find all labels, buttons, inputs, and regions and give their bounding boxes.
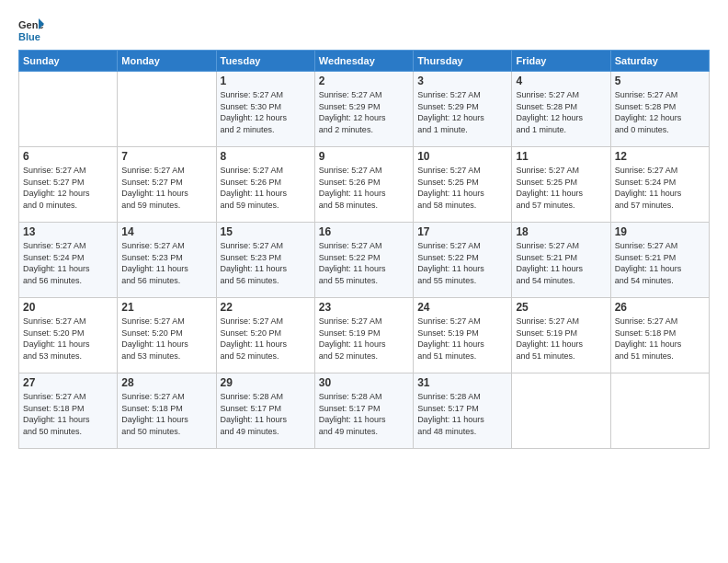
day-number: 7	[121, 150, 211, 163]
calendar-cell: 5Sunrise: 5:27 AM Sunset: 5:28 PM Daylig…	[610, 72, 709, 147]
cell-info: Sunrise: 5:27 AM Sunset: 5:20 PM Dayligh…	[121, 316, 211, 362]
cell-info: Sunrise: 5:27 AM Sunset: 5:21 PM Dayligh…	[615, 240, 705, 286]
calendar-cell: 13Sunrise: 5:27 AM Sunset: 5:24 PM Dayli…	[19, 223, 118, 298]
day-number: 20	[23, 301, 113, 314]
day-number: 23	[319, 301, 409, 314]
day-header-sunday: Sunday	[19, 51, 118, 72]
day-number: 18	[516, 225, 606, 238]
cell-info: Sunrise: 5:27 AM Sunset: 5:19 PM Dayligh…	[516, 316, 606, 362]
calendar-cell	[512, 373, 610, 449]
cell-info: Sunrise: 5:27 AM Sunset: 5:26 PM Dayligh…	[221, 165, 311, 211]
calendar-cell: 28Sunrise: 5:27 AM Sunset: 5:18 PM Dayli…	[118, 373, 216, 449]
day-number: 31	[417, 376, 507, 389]
day-header-monday: Monday	[118, 51, 216, 72]
day-number: 28	[121, 376, 211, 389]
calendar-cell: 1Sunrise: 5:27 AM Sunset: 5:30 PM Daylig…	[216, 72, 314, 147]
day-number: 1	[221, 75, 311, 87]
day-header-friday: Friday	[512, 51, 610, 72]
cell-info: Sunrise: 5:27 AM Sunset: 5:24 PM Dayligh…	[615, 165, 705, 211]
day-number: 26	[615, 301, 705, 314]
cell-info: Sunrise: 5:27 AM Sunset: 5:27 PM Dayligh…	[23, 165, 113, 211]
day-number: 13	[23, 225, 113, 238]
cell-info: Sunrise: 5:27 AM Sunset: 5:25 PM Dayligh…	[417, 165, 507, 211]
cell-info: Sunrise: 5:27 AM Sunset: 5:26 PM Dayligh…	[319, 165, 409, 211]
calendar-cell: 10Sunrise: 5:27 AM Sunset: 5:25 PM Dayli…	[414, 147, 512, 223]
cell-info: Sunrise: 5:27 AM Sunset: 5:22 PM Dayligh…	[417, 240, 507, 286]
calendar-cell: 11Sunrise: 5:27 AM Sunset: 5:25 PM Dayli…	[512, 147, 610, 223]
calendar-cell: 8Sunrise: 5:27 AM Sunset: 5:26 PM Daylig…	[216, 147, 314, 223]
calendar-cell: 7Sunrise: 5:27 AM Sunset: 5:27 PM Daylig…	[118, 147, 216, 223]
cell-info: Sunrise: 5:27 AM Sunset: 5:29 PM Dayligh…	[319, 89, 409, 135]
calendar-cell	[118, 72, 216, 147]
calendar-cell: 29Sunrise: 5:28 AM Sunset: 5:17 PM Dayli…	[216, 373, 314, 449]
day-number: 3	[417, 75, 507, 87]
cell-info: Sunrise: 5:28 AM Sunset: 5:17 PM Dayligh…	[319, 391, 409, 437]
calendar-cell: 22Sunrise: 5:27 AM Sunset: 5:20 PM Dayli…	[216, 298, 314, 373]
cell-info: Sunrise: 5:27 AM Sunset: 5:30 PM Dayligh…	[221, 89, 311, 135]
calendar-cell: 21Sunrise: 5:27 AM Sunset: 5:20 PM Dayli…	[118, 298, 216, 373]
calendar-cell	[610, 373, 709, 449]
cell-info: Sunrise: 5:27 AM Sunset: 5:20 PM Dayligh…	[23, 316, 113, 362]
cell-info: Sunrise: 5:27 AM Sunset: 5:18 PM Dayligh…	[615, 316, 705, 362]
cell-info: Sunrise: 5:27 AM Sunset: 5:28 PM Dayligh…	[615, 89, 705, 135]
cell-info: Sunrise: 5:27 AM Sunset: 5:20 PM Dayligh…	[221, 316, 311, 362]
cell-info: Sunrise: 5:27 AM Sunset: 5:21 PM Dayligh…	[516, 240, 606, 286]
week-row-4: 20Sunrise: 5:27 AM Sunset: 5:20 PM Dayli…	[19, 298, 710, 373]
calendar-cell: 26Sunrise: 5:27 AM Sunset: 5:18 PM Dayli…	[610, 298, 709, 373]
calendar-cell: 19Sunrise: 5:27 AM Sunset: 5:21 PM Dayli…	[610, 223, 709, 298]
day-number: 4	[516, 75, 606, 87]
day-number: 19	[615, 225, 705, 238]
cell-info: Sunrise: 5:28 AM Sunset: 5:17 PM Dayligh…	[221, 391, 311, 437]
day-number: 12	[615, 150, 705, 163]
calendar-cell: 2Sunrise: 5:27 AM Sunset: 5:29 PM Daylig…	[314, 72, 413, 147]
page: General Blue SundayMondayTuesdayWednesda…	[0, 0, 728, 563]
logo-icon: General Blue	[18, 17, 44, 42]
day-number: 16	[319, 225, 409, 238]
cell-info: Sunrise: 5:27 AM Sunset: 5:24 PM Dayligh…	[23, 240, 113, 286]
day-number: 11	[516, 150, 606, 163]
week-row-2: 6Sunrise: 5:27 AM Sunset: 5:27 PM Daylig…	[19, 147, 710, 223]
calendar-cell: 18Sunrise: 5:27 AM Sunset: 5:21 PM Dayli…	[512, 223, 610, 298]
cell-info: Sunrise: 5:27 AM Sunset: 5:18 PM Dayligh…	[121, 391, 211, 437]
day-number: 10	[417, 150, 507, 163]
calendar-cell: 30Sunrise: 5:28 AM Sunset: 5:17 PM Dayli…	[314, 373, 413, 449]
calendar-cell: 9Sunrise: 5:27 AM Sunset: 5:26 PM Daylig…	[314, 147, 413, 223]
day-number: 25	[516, 301, 606, 314]
calendar-cell: 4Sunrise: 5:27 AM Sunset: 5:28 PM Daylig…	[512, 72, 610, 147]
svg-text:Blue: Blue	[18, 31, 40, 42]
day-number: 15	[221, 225, 311, 238]
cell-info: Sunrise: 5:27 AM Sunset: 5:23 PM Dayligh…	[221, 240, 311, 286]
calendar-cell: 6Sunrise: 5:27 AM Sunset: 5:27 PM Daylig…	[19, 147, 118, 223]
day-number: 6	[23, 150, 113, 163]
cell-info: Sunrise: 5:27 AM Sunset: 5:23 PM Dayligh…	[121, 240, 211, 286]
day-number: 9	[319, 150, 409, 163]
cell-info: Sunrise: 5:27 AM Sunset: 5:27 PM Dayligh…	[121, 165, 211, 211]
cell-info: Sunrise: 5:27 AM Sunset: 5:22 PM Dayligh…	[319, 240, 409, 286]
day-number: 30	[319, 376, 409, 389]
day-number: 8	[221, 150, 311, 163]
cell-info: Sunrise: 5:27 AM Sunset: 5:19 PM Dayligh…	[417, 316, 507, 362]
day-number: 22	[221, 301, 311, 314]
calendar-cell: 17Sunrise: 5:27 AM Sunset: 5:22 PM Dayli…	[414, 223, 512, 298]
day-number: 29	[221, 376, 311, 389]
calendar-cell: 14Sunrise: 5:27 AM Sunset: 5:23 PM Dayli…	[118, 223, 216, 298]
week-row-1: 1Sunrise: 5:27 AM Sunset: 5:30 PM Daylig…	[19, 72, 710, 147]
day-number: 5	[615, 75, 705, 87]
day-header-wednesday: Wednesday	[314, 51, 413, 72]
calendar-cell: 23Sunrise: 5:27 AM Sunset: 5:19 PM Dayli…	[314, 298, 413, 373]
day-number: 24	[417, 301, 507, 314]
day-header-tuesday: Tuesday	[216, 51, 314, 72]
cell-info: Sunrise: 5:28 AM Sunset: 5:17 PM Dayligh…	[417, 391, 507, 437]
week-row-5: 27Sunrise: 5:27 AM Sunset: 5:18 PM Dayli…	[19, 373, 710, 449]
calendar-cell: 15Sunrise: 5:27 AM Sunset: 5:23 PM Dayli…	[216, 223, 314, 298]
header-row: SundayMondayTuesdayWednesdayThursdayFrid…	[19, 51, 710, 72]
calendar-cell: 27Sunrise: 5:27 AM Sunset: 5:18 PM Dayli…	[19, 373, 118, 449]
day-number: 14	[121, 225, 211, 238]
day-header-saturday: Saturday	[610, 51, 709, 72]
calendar-cell: 12Sunrise: 5:27 AM Sunset: 5:24 PM Dayli…	[610, 147, 709, 223]
header: General Blue	[18, 17, 710, 42]
calendar-cell: 31Sunrise: 5:28 AM Sunset: 5:17 PM Dayli…	[414, 373, 512, 449]
cell-info: Sunrise: 5:27 AM Sunset: 5:18 PM Dayligh…	[23, 391, 113, 437]
calendar-cell: 25Sunrise: 5:27 AM Sunset: 5:19 PM Dayli…	[512, 298, 610, 373]
calendar-table: SundayMondayTuesdayWednesdayThursdayFrid…	[18, 50, 710, 449]
